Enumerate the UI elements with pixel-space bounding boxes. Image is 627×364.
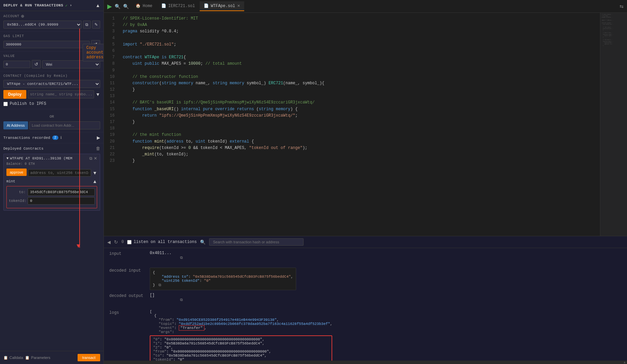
decoded-output-copy[interactable]: ⧉ [180,298,183,302]
tx-count: 0 [121,240,124,244]
unit-select[interactable]: Wei Gwei Ether [42,60,100,68]
mint-to-input[interactable] [28,188,95,196]
tab-wtfape[interactable]: 📄 WTFApe.sol ✕ [200,1,244,11]
contract-label: CONTRACT (Compiled by Remix) [3,74,100,78]
contract-name-text: WTFAPE AT 0XD91...39138 (MEM [10,156,73,160]
at-address-input[interactable] [29,121,100,129]
arrows-icon[interactable]: ⇆ [620,4,624,9]
contract-item: ▼ WTFAPE AT 0XD91...39138 (MEM ⧉ ✕ Balan… [3,154,100,211]
red-annotation-arrow: ▼ [77,243,80,249]
chevron-right-icon: › [70,3,72,7]
logs-row: logs [ { "from": "0xd91450CE852D386f2549… [109,310,622,361]
parameters-button[interactable]: 📋 Parameters [25,356,50,360]
transact-button[interactable]: transact [78,354,100,361]
approve-method-row: approve ▼ [6,169,97,177]
contract-balance: Balance: 0 ETH [6,162,97,166]
tab-close-button[interactable]: ✕ [237,4,240,8]
remove-contract-button[interactable]: ✕ [94,156,97,161]
at-address-button[interactable]: At Address [3,121,28,129]
code-content[interactable]: // SPDX-License-Identifier: MIT // by 0x… [117,13,600,236]
gas-limit-section: GAS LIMIT ↺ [0,32,104,52]
bottom-toolbar: ◀ ↻ 0 listen on all transactions 🔍 [104,236,627,248]
value-section: VALUE ↺ Wei Gwei Ether [0,52,104,71]
decoded-input-block: { "address to": "0x5B38Da6a701c568545dCf… [150,268,296,290]
gas-limit-row: ↺ [3,40,100,49]
input-copy-button[interactable]: ⧉ [180,255,183,260]
decoded-input-row: decoded input { "address to": "0x5B38Da6… [109,268,622,290]
run-button[interactable]: ▶ [107,3,112,10]
deployed-header: Deployed Contracts 🗑 [3,146,100,151]
args-highlight-box: "0": "0x00000000000000000000000000000000… [150,335,332,361]
scroll-up-button[interactable]: ▲ [95,3,100,8]
decoded-output-label: decoded output [109,293,150,307]
left-panel: ▼ DEPLOY & RUN TRANSACTIONS ✓ › ▲ ACCOUN… [0,0,104,364]
panel-title: DEPLOY & RUN TRANSACTIONS ✓ › [3,3,72,8]
search-icon[interactable]: 🔍 [200,240,206,245]
decoded-input-copy[interactable]: ⧉ [159,283,161,287]
collapse-button[interactable]: ◀ [107,240,111,245]
publish-label: Publish to IPFS [10,101,46,106]
approve-input[interactable] [28,169,91,177]
main-area: ▶ 🔍 🔍 🏠 Home 📄 IERC721.sol 📄 WTFApe.sol … [104,0,627,364]
approve-button[interactable]: approve [6,169,27,176]
search-input[interactable] [209,238,304,246]
bottom-scrollbar[interactable]: ▲ [104,361,627,364]
mint-section: mint ▲ to: tokenId: [6,179,97,208]
tab-bar: 🏠 Home 📄 IERC721.sol 📄 WTFApe.sol ✕ [132,1,617,11]
edit-account-button[interactable]: ✎ [92,21,100,29]
account-section: ACCOUNT ⊕ 0x5B3...eddC4 (99.99999 ⧉ ✎ [0,11,104,32]
zoom-in-button[interactable]: 🔍 [123,4,129,9]
mint-to-row: to: [9,188,95,196]
gas-reset-button[interactable]: ↺ [91,40,100,49]
info-icon[interactable]: ℹ [60,135,62,140]
account-select[interactable]: 0x5B3...eddC4 (99.99999 [3,21,82,29]
file-icon-ierc: 📄 [161,3,166,8]
account-plus-button[interactable]: ⊕ [21,14,24,19]
mint-tokenid-input[interactable] [28,197,95,205]
mint-tokenid-row: tokenId: [9,197,95,205]
listen-checkbox[interactable] [127,240,132,244]
minimap: // SPDX-License... // by 0xAA pragma sol… [600,13,627,236]
value-input[interactable] [3,61,30,68]
deployed-title: Deployed Contracts [3,147,44,151]
transactions-badge: 2 [52,135,58,140]
decoded-output-value: [] ⧉ [150,293,622,307]
gas-limit-input[interactable] [3,41,90,48]
bottom-content[interactable]: input 0x4011... ⧉ decoded input { "addre… [104,248,627,361]
code-editor[interactable]: 12345 678910 1112131415 1617181920 21222… [104,13,627,236]
listen-label: listen on all transactions [134,240,197,244]
deploy-expand-button[interactable]: ▼ [95,92,100,97]
or-divider: OR [3,115,100,119]
zoom-out-button[interactable]: 🔍 [115,4,120,9]
tab-home[interactable]: 🏠 Home [132,1,156,11]
copy-contract-button[interactable]: ⧉ [89,156,92,161]
file-icon-wtf: 📄 [204,3,209,8]
refresh-icon[interactable]: ↻ [114,239,118,245]
account-row: 0x5B3...eddC4 (99.99999 ⧉ ✎ [3,21,100,29]
deploy-params-input[interactable] [28,90,94,98]
params-icon: 📋 [25,356,30,360]
panel-title-text: DEPLOY & RUN TRANSACTIONS [3,3,63,7]
at-address-row: At Address [3,121,100,129]
contract-name[interactable]: ▼ WTFAPE AT 0XD91...39138 (MEM [6,156,72,160]
chevron-down-icon: ▼ [6,156,9,160]
mint-fields: to: tokenId: [6,186,97,208]
tab-ierc721[interactable]: 📄 IERC721.sol [157,1,199,11]
value-label: VALUE [3,54,100,58]
value-reset-button[interactable]: ↺ [32,60,41,68]
mint-collapse-button[interactable]: ▲ [92,179,97,184]
approve-expand-button[interactable]: ▼ [92,170,97,176]
bottom-buttons: 📋 Calldata 📋 Parameters transact [0,351,104,364]
clear-contracts-button[interactable]: 🗑 [96,146,100,151]
logs-block: [ { "from": "0xd91450CE852D386f254917e48… [150,310,332,361]
calldata-button[interactable]: 📋 Calldata [3,356,23,360]
bottom-panel: ◀ ↻ 0 listen on all transactions 🔍 input… [104,236,627,364]
contract-select[interactable]: WTFApe - contracts/ERC721/WTF... [3,80,100,88]
copy-account-button[interactable]: ⧉ [83,21,91,29]
mint-title: mint ▲ [6,179,97,184]
transactions-expand-button[interactable]: ▶ [97,135,100,140]
contract-section: CONTRACT (Compiled by Remix) WTFApe - co… [0,71,104,109]
deploy-button[interactable]: Deploy [3,90,26,99]
deploy-row: Deploy ▼ [3,90,100,99]
publish-checkbox[interactable] [3,102,8,106]
